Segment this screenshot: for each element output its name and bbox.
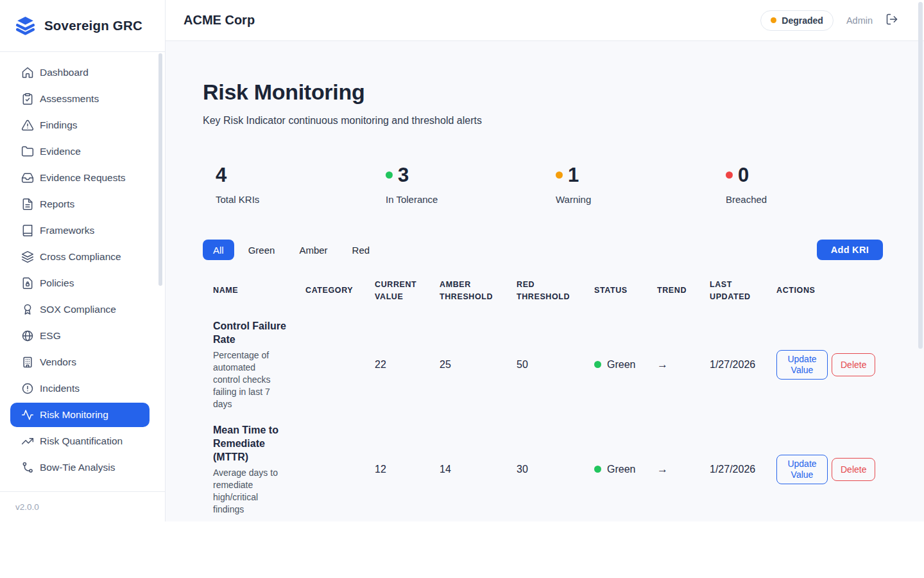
kri-name-cell: Mean Time to Remediate (MTTR) Average da… xyxy=(203,423,305,516)
kri-stats: 4 Total KRIs 3 In Tolerance 1 xyxy=(203,165,883,205)
sidebar-footer: v2.0.0 xyxy=(0,491,165,521)
add-kri-button[interactable]: Add KRI xyxy=(817,240,883,260)
kri-status-cell: Green xyxy=(594,464,657,475)
sidebar-nav: Dashboard Assessments Findings Evidence … xyxy=(0,52,165,491)
main-area: ACME Corp Degraded Admin Risk Monitoring… xyxy=(166,0,924,521)
sidebar-item-label: Assessments xyxy=(40,93,99,105)
kri-red-threshold: 50 xyxy=(517,359,594,371)
sidebar-item-label: Cross Compliance xyxy=(40,251,121,263)
sidebar-item-policies[interactable]: Policies xyxy=(10,271,150,295)
alert-triangle-icon xyxy=(21,119,34,132)
sidebar-item-label: Vendors xyxy=(40,356,76,368)
update-value-button[interactable]: Update Value xyxy=(776,455,828,484)
kri-name-cell: Control Failure Rate Percentage of autom… xyxy=(203,319,305,410)
stat-value: 4 xyxy=(216,165,227,185)
sidebar-item-vendors[interactable]: Vendors xyxy=(10,350,150,374)
kri-description: Percentage of automated control checks f… xyxy=(213,349,284,410)
inbox-icon xyxy=(21,171,34,184)
alert-circle-icon xyxy=(21,382,34,395)
sidebar-item-risk-quantification[interactable]: Risk Quantification xyxy=(10,429,150,453)
stat-label: Warning xyxy=(556,194,713,205)
sidebar-item-assessments[interactable]: Assessments xyxy=(10,87,150,111)
kri-actions-cell: Update Value Delete xyxy=(776,455,883,484)
sidebar-scrollbar[interactable] xyxy=(158,53,162,286)
filter-tab-all[interactable]: All xyxy=(203,240,234,260)
sidebar-item-label: Frameworks xyxy=(40,225,94,236)
sidebar-item-findings[interactable]: Findings xyxy=(10,113,150,137)
clipboard-check-icon xyxy=(21,92,34,105)
sidebar-item-dashboard[interactable]: Dashboard xyxy=(10,60,150,85)
sidebar-item-sox-compliance[interactable]: SOX Compliance xyxy=(10,297,150,322)
filter-tab-red[interactable]: Red xyxy=(342,240,381,260)
status-dot-amber xyxy=(771,17,776,23)
green-dot-icon xyxy=(594,466,601,473)
sidebar-item-label: ESG xyxy=(40,330,61,342)
sidebar-item-bow-tie-analysis[interactable]: Bow-Tie Analysis xyxy=(10,455,150,480)
topbar-right: Degraded Admin xyxy=(760,10,898,31)
folder-icon xyxy=(21,145,34,158)
table-header-row: NAME CATEGORY CURRENT VALUE AMBER THRESH… xyxy=(203,279,883,313)
kri-description: Average days to remediate high/critical … xyxy=(213,467,284,516)
sidebar-item-esg[interactable]: ESG xyxy=(10,324,150,348)
sidebar-item-incidents[interactable]: Incidents xyxy=(10,376,150,401)
page-subtitle: Key Risk Indicator continuous monitoring… xyxy=(203,115,883,127)
kri-last-updated: 1/27/2026 xyxy=(710,464,776,475)
system-status-badge[interactable]: Degraded xyxy=(760,10,834,31)
file-text-icon xyxy=(21,198,34,211)
column-header-trend: TREND xyxy=(657,285,710,297)
globe-icon xyxy=(21,329,34,342)
sidebar: Sovereign GRC Dashboard Assessments Find… xyxy=(0,0,166,521)
sidebar-item-frameworks[interactable]: Frameworks xyxy=(10,218,150,243)
filter-tab-amber[interactable]: Amber xyxy=(289,240,338,260)
column-header-amber-threshold: AMBER THRESHOLD xyxy=(440,279,517,303)
kri-name: Mean Time to Remediate (MTTR) xyxy=(213,423,286,464)
kri-name: Control Failure Rate xyxy=(213,319,286,346)
column-header-category: CATEGORY xyxy=(305,285,375,297)
green-dot-icon xyxy=(386,171,393,179)
git-merge-icon xyxy=(21,461,34,474)
sidebar-item-label: Policies xyxy=(40,277,74,289)
table-row: Mean Time to Remediate (MTTR) Average da… xyxy=(203,417,883,522)
sidebar-item-label: Dashboard xyxy=(40,67,89,78)
sidebar-item-label: Findings xyxy=(40,119,78,131)
building-icon xyxy=(21,356,34,369)
main-scrollbar[interactable] xyxy=(918,2,923,349)
kri-amber-threshold: 25 xyxy=(440,359,517,371)
stat-breached: 0 Breached xyxy=(713,165,883,205)
kri-current-value: 22 xyxy=(375,359,440,371)
kri-status-cell: Green xyxy=(594,359,657,371)
delete-button[interactable]: Delete xyxy=(832,353,875,376)
amber-dot-icon xyxy=(556,171,563,179)
sidebar-item-reports[interactable]: Reports xyxy=(10,192,150,216)
column-header-current-value: CURRENT VALUE xyxy=(375,279,440,303)
stat-value: 0 xyxy=(738,165,749,185)
sidebar-item-label: SOX Compliance xyxy=(40,304,116,315)
sidebar-item-evidence-requests[interactable]: Evidence Requests xyxy=(10,166,150,190)
filter-tab-green[interactable]: Green xyxy=(238,240,286,260)
sidebar-item-label: Evidence xyxy=(40,146,81,157)
sidebar-item-evidence[interactable]: Evidence xyxy=(10,139,150,164)
book-icon xyxy=(21,224,34,237)
kri-table: NAME CATEGORY CURRENT VALUE AMBER THRESH… xyxy=(203,279,883,521)
kri-current-value: 12 xyxy=(375,464,440,475)
logout-button[interactable] xyxy=(886,13,898,28)
sidebar-item-label: Bow-Tie Analysis xyxy=(40,462,115,473)
filter-row: All Green Amber Red Add KRI xyxy=(203,240,883,260)
stat-total-kris: 4 Total KRIs xyxy=(203,165,373,205)
trend-flat-icon: → xyxy=(657,358,710,371)
stat-value: 1 xyxy=(568,165,579,185)
sidebar-item-label: Risk Monitoring xyxy=(40,409,108,421)
sidebar-item-cross-compliance[interactable]: Cross Compliance xyxy=(10,245,150,269)
trend-flat-icon: → xyxy=(657,463,710,476)
app-window: Sovereign GRC Dashboard Assessments Find… xyxy=(0,0,924,521)
sidebar-item-risk-monitoring[interactable]: Risk Monitoring xyxy=(10,403,150,427)
column-header-actions: ACTIONS xyxy=(776,285,883,297)
sidebar-item-label: Incidents xyxy=(40,383,80,394)
kri-status-label: Green xyxy=(607,359,635,371)
delete-button[interactable]: Delete xyxy=(832,458,875,481)
stat-label: Total KRIs xyxy=(216,194,373,205)
kri-last-updated: 1/27/2026 xyxy=(710,359,776,371)
stat-value: 3 xyxy=(398,165,409,185)
sidebar-item-label: Reports xyxy=(40,198,74,210)
update-value-button[interactable]: Update Value xyxy=(776,350,828,380)
